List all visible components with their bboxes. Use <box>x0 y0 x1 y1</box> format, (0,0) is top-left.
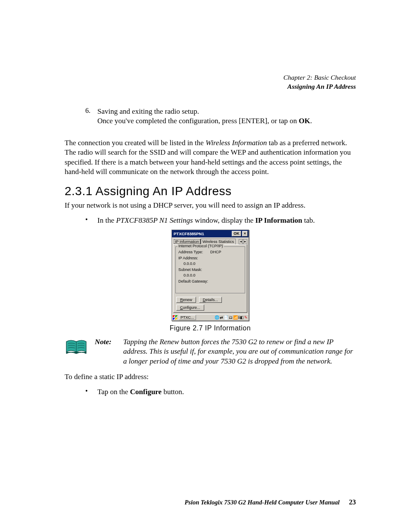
bullet-dot: • <box>85 216 97 225</box>
settings-window-name: PTXCF8385P N1 Settings <box>116 216 193 224</box>
note-label: Note: <box>95 337 115 366</box>
paragraph-define-static: To define a static IP address: <box>65 372 356 382</box>
step6-line2a: Once you've completed the configuration,… <box>97 117 299 125</box>
default-gateway-label: Default Gateway: <box>178 279 242 285</box>
configure-term: Configure <box>130 388 162 396</box>
tray-conn-icon[interactable]: ◧ <box>240 315 244 320</box>
tray-pen-icon[interactable]: ✎ <box>244 315 248 320</box>
dialog-tabs: IP Information Wireless Statistics ◂ ▸ <box>172 237 249 244</box>
taskbar-app[interactable]: PTXC... <box>179 315 196 320</box>
page-number: 23 <box>349 498 356 506</box>
start-icon[interactable] <box>173 315 178 320</box>
subnet-mask-label: Subnet Mask: <box>178 267 242 273</box>
subnet-mask-value: 0.0.0.0 <box>178 273 242 279</box>
tray-doc-icon[interactable]: 📄 <box>224 315 228 320</box>
wireless-info-term: Wireless Information <box>206 139 267 147</box>
page-header: Chapter 2: Basic Checkout Assigning An I… <box>65 73 356 91</box>
dialog-ok-button[interactable]: OK <box>232 231 241 236</box>
paragraph-dhcp: If your network is not using a DHCP serv… <box>65 201 356 210</box>
header-chapter: Chapter 2: Basic Checkout <box>65 73 356 82</box>
configure-button[interactable]: Configure... <box>176 305 204 311</box>
bullet-configure: • Tap on the Configure button. <box>85 387 356 397</box>
step-number: 6. <box>85 107 97 131</box>
ip-address-label: IP Address: <box>178 255 242 261</box>
page-footer: Psion Teklogix 7530 G2 Hand-Held Compute… <box>65 498 356 506</box>
renew-button[interactable]: Renew <box>176 297 196 303</box>
book-icon <box>65 338 88 355</box>
footer-text: Psion Teklogix 7530 G2 Hand-Held Compute… <box>184 499 339 506</box>
tray-cards-icon[interactable]: 🗂 <box>229 315 233 320</box>
step6-line1: Saving and exiting the radio setup. <box>97 107 199 115</box>
header-section: Assigning An IP Address <box>65 82 356 91</box>
dialog-title: PTXCF8385PN1 <box>173 231 231 236</box>
details-button[interactable]: Details... <box>199 297 222 303</box>
fieldset-legend: Internet Protocol (TCP/IP) <box>177 244 224 248</box>
tray-globe-icon[interactable]: 🌐 <box>215 315 219 320</box>
ip-address-value: 0.0.0.0 <box>178 261 242 267</box>
paragraph-connection: The connection you created will be liste… <box>65 138 356 177</box>
dialog-screenshot: PTXCF8385PN1 OK × IP Information Wireles… <box>171 230 249 321</box>
step-body: Saving and exiting the radio setup. Once… <box>97 107 356 126</box>
taskbar: PTXC... 🌐 ⇄ 📄 🗂 📶 ℹ ◧ ✎ <box>172 314 249 320</box>
step-6: 6. Saving and exiting the radio setup. O… <box>85 107 356 131</box>
system-tray: 🌐 ⇄ 📄 🗂 📶 ℹ ◧ ✎ <box>215 315 248 320</box>
tcpip-fieldset: Internet Protocol (TCP/IP) Address Type:… <box>175 246 245 293</box>
tab-scroll-left[interactable]: ◂ <box>239 239 243 244</box>
bullet-ipinfo: • In the PTXCF8385P N1 Settings window, … <box>85 216 356 225</box>
tray-info-icon[interactable]: ℹ <box>238 315 240 320</box>
figure-caption: Figure 2.7 IP Information <box>65 324 356 332</box>
note-block: Note: Tapping the Renew button forces th… <box>65 337 356 366</box>
dialog-titlebar: PTXCF8385PN1 OK × <box>172 230 249 237</box>
note-body: Tapping the Renew button forces the 7530… <box>123 337 356 366</box>
tab-scroll-right[interactable]: ▸ <box>243 239 247 244</box>
dialog-close-button[interactable]: × <box>242 231 248 236</box>
address-type-label: Address Type: <box>178 249 210 255</box>
tray-net-icon[interactable]: ⇄ <box>220 315 223 320</box>
bullet-dot-2: • <box>85 387 97 397</box>
ip-information-tab-name: IP Information <box>255 216 302 224</box>
tray-signal-icon[interactable]: 📶 <box>233 315 238 320</box>
step6-ok: OK <box>299 117 310 125</box>
tab-ip-information[interactable]: IP Information <box>173 239 201 244</box>
address-type-value: DHCP <box>210 249 221 255</box>
step6-line2c: . <box>310 117 312 125</box>
section-heading: 2.3.1 Assigning An IP Address <box>65 184 356 198</box>
